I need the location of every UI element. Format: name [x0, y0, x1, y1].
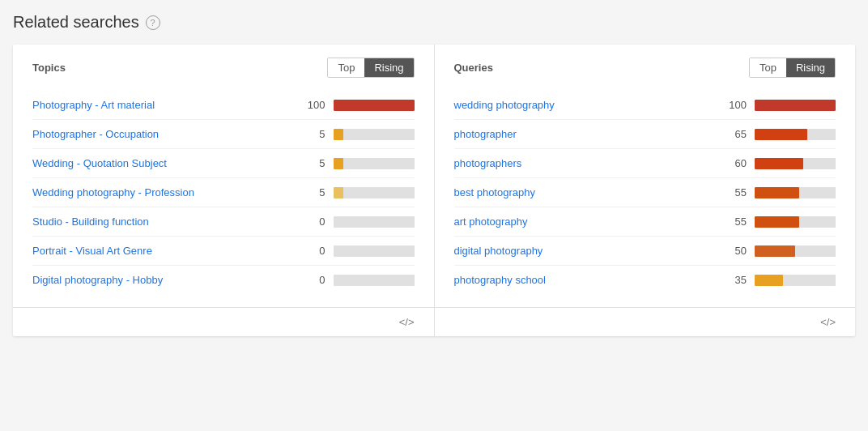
row-label[interactable]: digital photography — [454, 245, 725, 257]
queries-rows: wedding photography100photographer65phot… — [454, 91, 836, 294]
topics-header: Topics Top Rising — [32, 58, 415, 78]
topics-tab-rising[interactable]: Rising — [364, 58, 413, 77]
table-row: Digital photography - Hobby0 — [32, 266, 415, 294]
queries-embed-row: </> — [435, 307, 856, 336]
topics-tab-top[interactable]: Top — [328, 58, 364, 77]
bar-fill — [334, 129, 343, 140]
table-row: digital photography50 — [454, 237, 836, 266]
bar-fill — [755, 100, 836, 111]
embed-row-wrapper: </> </> — [13, 307, 855, 336]
bar-container — [334, 245, 415, 257]
table-row: art photography55 — [454, 207, 836, 237]
table-row: photographers60 — [454, 149, 836, 178]
bar-fill — [334, 100, 415, 111]
page-header: Related searches ? — [13, 13, 855, 32]
table-row: Wedding - Quotation Subject5 — [32, 149, 415, 178]
bar-container — [755, 158, 836, 169]
row-value: 100 — [724, 99, 747, 111]
row-value: 0 — [303, 245, 326, 257]
help-icon[interactable]: ? — [146, 15, 160, 30]
topics-title: Topics — [32, 62, 66, 74]
row-value: 55 — [724, 186, 747, 198]
topics-tab-group: Top Rising — [327, 58, 414, 78]
bar-container — [334, 187, 415, 198]
columns-wrapper: Topics Top Rising Photography - Art mate… — [13, 45, 855, 307]
row-label[interactable]: Wedding photography - Profession — [32, 186, 303, 198]
topics-column: Topics Top Rising Photography - Art mate… — [13, 45, 435, 307]
bar-fill — [755, 187, 799, 198]
bar-fill — [334, 158, 343, 169]
row-label[interactable]: Portrait - Visual Art Genre — [32, 245, 303, 257]
queries-tab-group: Top Rising — [749, 58, 836, 78]
bar-container — [755, 245, 836, 257]
topics-embed-button[interactable]: </> — [399, 316, 415, 328]
bar-fill — [334, 187, 343, 198]
row-value: 35 — [724, 274, 747, 286]
row-label[interactable]: photography school — [454, 274, 725, 286]
table-row: best photography55 — [454, 178, 836, 207]
table-row: photography school35 — [454, 266, 836, 294]
queries-title: Queries — [454, 62, 493, 74]
row-label[interactable]: Wedding - Quotation Subject — [32, 157, 303, 169]
bar-fill — [755, 158, 803, 169]
page-title: Related searches — [13, 13, 139, 32]
bar-container — [755, 100, 836, 111]
row-value: 55 — [724, 216, 747, 228]
table-row: photographer65 — [454, 120, 836, 149]
bar-container — [334, 275, 415, 286]
table-row: Photographer - Occupation5 — [32, 120, 415, 149]
row-label[interactable]: Photography - Art material — [32, 99, 303, 111]
row-value: 5 — [303, 186, 326, 198]
table-row: Studio - Building function0 — [32, 207, 415, 237]
row-value: 50 — [724, 245, 747, 257]
row-label[interactable]: wedding photography — [454, 99, 725, 111]
row-value: 5 — [303, 157, 326, 169]
bar-container — [755, 216, 836, 228]
main-card: Topics Top Rising Photography - Art mate… — [13, 45, 855, 336]
table-row: wedding photography100 — [454, 91, 836, 120]
row-label[interactable]: art photography — [454, 216, 725, 228]
row-value: 5 — [303, 128, 326, 140]
bar-container — [755, 129, 836, 140]
bar-fill — [755, 245, 795, 257]
row-label[interactable]: best photography — [454, 186, 725, 198]
table-row: Photography - Art material100 — [32, 91, 415, 120]
bar-container — [334, 129, 415, 140]
bar-container — [755, 187, 836, 198]
bar-fill — [755, 216, 799, 228]
queries-column: Queries Top Rising wedding photography10… — [435, 45, 856, 307]
row-value: 0 — [303, 216, 326, 228]
bar-fill — [755, 129, 807, 140]
queries-tab-rising[interactable]: Rising — [786, 58, 835, 77]
row-label[interactable]: photographer — [454, 128, 725, 140]
bar-container — [755, 275, 836, 286]
table-row: Portrait - Visual Art Genre0 — [32, 237, 415, 266]
bar-container — [334, 216, 415, 228]
topics-rows: Photography - Art material100Photographe… — [32, 91, 415, 294]
queries-embed-button[interactable]: </> — [820, 316, 836, 328]
row-label[interactable]: Digital photography - Hobby — [32, 274, 303, 286]
topics-embed-row: </> — [13, 307, 435, 336]
row-label[interactable]: Photographer - Occupation — [32, 128, 303, 140]
queries-tab-top[interactable]: Top — [750, 58, 786, 77]
row-value: 60 — [724, 157, 747, 169]
table-row: Wedding photography - Profession5 — [32, 178, 415, 207]
bar-fill — [755, 275, 783, 286]
queries-header: Queries Top Rising — [454, 58, 836, 78]
row-label[interactable]: photographers — [454, 157, 725, 169]
bar-container — [334, 158, 415, 169]
row-value: 65 — [724, 128, 747, 140]
row-label[interactable]: Studio - Building function — [32, 216, 303, 228]
row-value: 100 — [303, 99, 326, 111]
bar-container — [334, 100, 415, 111]
row-value: 0 — [303, 274, 326, 286]
